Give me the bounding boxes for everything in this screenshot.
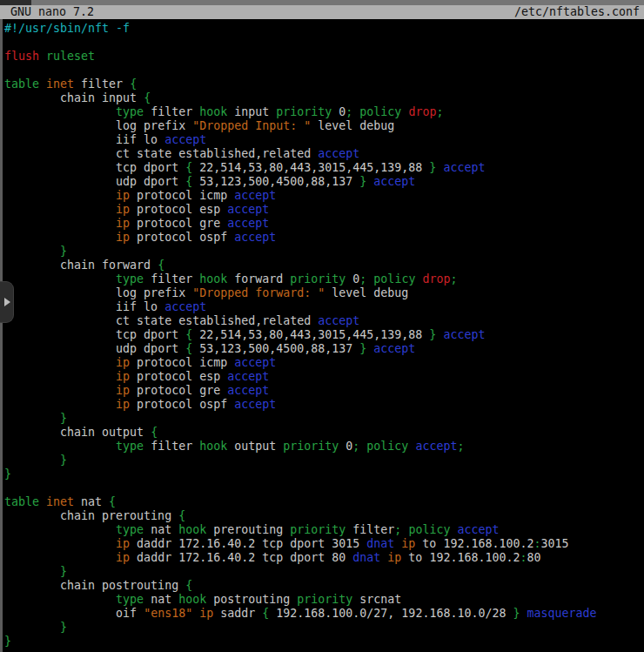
code-line: } [4,454,644,467]
code-line: chain forward { [4,259,644,272]
code-line: iif lo accept [4,133,644,147]
novnc-console: GNU nano 7.2 /etc/nftables.conf #!/usr/s… [0,0,644,652]
file-path-label: /etc/nftables.conf [514,5,644,19]
code-line: ip protocol gre accept [4,217,644,231]
code-line: #!/usr/sbin/nft -f [4,22,644,36]
code-line: chain output { [4,426,644,440]
code-line [4,64,644,77]
code-line: type filter hook output priority 0; poli… [4,440,644,454]
code-line: table inet filter { [4,77,644,91]
code-line [4,36,644,50]
code-line: table inet nat { [4,495,644,509]
console-left-edge [0,19,3,652]
code-line: } [4,245,644,259]
code-line: } [4,412,644,426]
code-line: ct state established,related accept [4,314,644,328]
code-line: iif lo accept [4,300,644,314]
code-line: ct state established,related accept [4,147,644,161]
code-line: ip protocol gre accept [4,384,644,398]
code-line: log prefix "Dropped Input: " level debug [4,119,644,133]
code-line: udp dport { 53,123,500,4500,88,137 } acc… [4,342,644,356]
code-line: ip protocol esp accept [4,370,644,384]
nano-titlebar: GNU nano 7.2 /etc/nftables.conf [0,5,644,19]
code-line: } [4,565,644,579]
code-line: ip protocol ospf accept [4,398,644,412]
code-line: } [4,621,644,635]
code-line: ip protocol ospf accept [4,231,644,245]
expand-right-triangle-icon [4,298,10,306]
code-line: chain prerouting { [4,509,644,523]
nano-version-label: GNU nano 7.2 [0,5,94,19]
code-line [4,481,644,495]
code-line: udp dport { 53,123,500,4500,88,137 } acc… [4,175,644,189]
code-line: ip daddr 172.16.40.2 tcp dport 80 dnat i… [4,551,644,565]
code-line: ip daddr 172.16.40.2 tcp dport 3015 dnat… [4,537,644,551]
code-line: type filter hook input priority 0; polic… [4,105,644,119]
code-line: type filter hook forward priority 0; pol… [4,272,644,286]
code-line: } [4,635,644,649]
code-line: type nat hook prerouting priority filter… [4,523,644,537]
code-line: tcp dport { 22,514,53,80,443,3015,445,13… [4,161,644,175]
code-line: oif "ens18" ip saddr { 192.168.100.0/27,… [4,607,644,621]
code-line: } [4,467,644,481]
code-line: chain input { [4,91,644,105]
code-line: chain postrouting { [4,579,644,593]
code-area[interactable]: #!/usr/sbin/nft -f flush ruleset table i… [0,19,644,652]
code-line: tcp dport { 22,514,53,80,443,3015,445,13… [4,328,644,342]
code-line: type nat hook postrouting priority srcna… [4,593,644,607]
code-line: ip protocol esp accept [4,203,644,217]
code-line: flush ruleset [4,50,644,64]
code-line: log prefix "Dropped forward: " level deb… [4,286,644,300]
code-line: ip protocol icmp accept [4,189,644,203]
control-bar-handle[interactable] [0,281,14,323]
code-line: ip protocol icmp accept [4,356,644,370]
